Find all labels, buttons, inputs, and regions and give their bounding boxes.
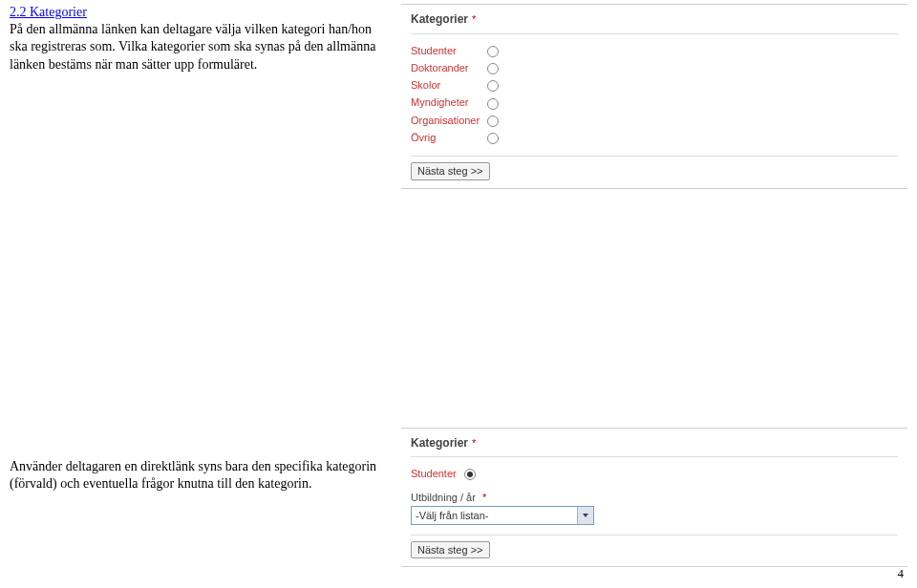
option-row: Organisationer bbox=[411, 112, 506, 129]
option-label: Övrig bbox=[411, 129, 487, 146]
radio-option[interactable] bbox=[487, 98, 499, 110]
option-label: Studenter bbox=[411, 42, 487, 59]
panel1-title: Kategorier bbox=[411, 12, 468, 26]
separator bbox=[411, 33, 898, 34]
next-step-button[interactable]: Nästa steg >> bbox=[411, 162, 490, 179]
button-row: Nästa steg >> bbox=[411, 156, 898, 179]
education-year-select[interactable]: -Välj från listan- bbox=[411, 506, 594, 525]
radio-option[interactable] bbox=[487, 80, 499, 92]
radio-option[interactable] bbox=[487, 116, 499, 127]
option-row: Myndigheter bbox=[411, 94, 506, 111]
category-options-table: Studenter bbox=[411, 465, 483, 482]
panel-category-single: Kategorier* Studenter Utbildning / år * … bbox=[401, 428, 907, 567]
option-row: Studenter bbox=[411, 465, 483, 482]
option-label: Organisationer bbox=[411, 112, 487, 129]
option-label: Skolor bbox=[411, 76, 487, 94]
required-asterisk: * bbox=[482, 492, 486, 503]
radio-option[interactable] bbox=[487, 63, 499, 74]
paragraph-1: På den allmänna länken kan deltagare väl… bbox=[10, 22, 375, 71]
panel2-title: Kategorier bbox=[411, 436, 468, 450]
option-row: Skolor bbox=[411, 76, 506, 94]
chevron-down-icon bbox=[577, 507, 593, 524]
page-number: 4 bbox=[898, 566, 905, 571]
next-step-button[interactable]: Nästa steg >> bbox=[411, 541, 490, 558]
option-label: Doktorander bbox=[411, 59, 487, 76]
radio-option[interactable] bbox=[487, 46, 499, 57]
panel-categories-all: Kategorier* Studenter Doktorander Skolor… bbox=[401, 4, 907, 189]
required-asterisk: * bbox=[472, 437, 476, 449]
section-heading-link[interactable]: 2.2 Kategorier bbox=[10, 5, 87, 19]
required-asterisk: * bbox=[472, 13, 476, 25]
paragraph-2: Använder deltagaren en direktlänk syns b… bbox=[10, 458, 392, 493]
option-label: Myndigheter bbox=[411, 94, 487, 111]
option-row: Doktorander bbox=[411, 59, 506, 76]
select-value: -Välj från listan- bbox=[412, 507, 577, 524]
radio-option[interactable] bbox=[487, 133, 499, 144]
option-row: Övrig bbox=[411, 129, 506, 146]
separator bbox=[411, 456, 898, 457]
button-row: Nästa steg >> bbox=[411, 535, 898, 558]
field-label: Utbildning / år bbox=[411, 492, 476, 503]
field-label-row: Utbildning / år * bbox=[411, 491, 898, 504]
radio-option-selected[interactable] bbox=[464, 469, 476, 480]
option-row: Studenter bbox=[411, 42, 506, 59]
category-options-table: Studenter Doktorander Skolor Myndigheter… bbox=[411, 42, 506, 147]
option-label: Studenter bbox=[411, 465, 464, 482]
